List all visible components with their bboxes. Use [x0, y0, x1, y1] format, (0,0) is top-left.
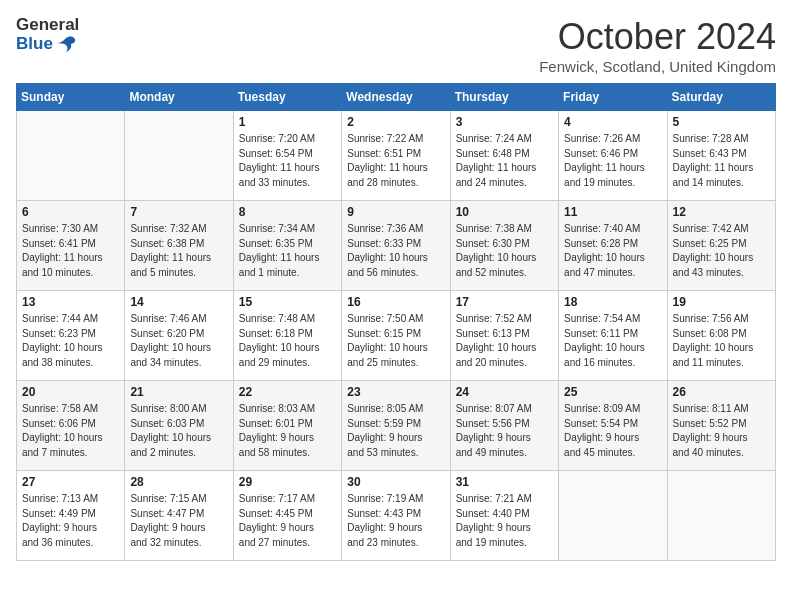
calendar-cell: 23Sunrise: 8:05 AM Sunset: 5:59 PM Dayli…	[342, 381, 450, 471]
calendar-week-2: 6Sunrise: 7:30 AM Sunset: 6:41 PM Daylig…	[17, 201, 776, 291]
day-info: Sunrise: 7:42 AM Sunset: 6:25 PM Dayligh…	[673, 222, 770, 280]
day-number: 1	[239, 115, 336, 129]
calendar-cell: 7Sunrise: 7:32 AM Sunset: 6:38 PM Daylig…	[125, 201, 233, 291]
month-title: October 2024	[539, 16, 776, 58]
calendar-cell: 5Sunrise: 7:28 AM Sunset: 6:43 PM Daylig…	[667, 111, 775, 201]
calendar-cell: 18Sunrise: 7:54 AM Sunset: 6:11 PM Dayli…	[559, 291, 667, 381]
calendar-cell: 15Sunrise: 7:48 AM Sunset: 6:18 PM Dayli…	[233, 291, 341, 381]
weekday-header-saturday: Saturday	[667, 84, 775, 111]
calendar-cell	[559, 471, 667, 561]
logo-general: General	[16, 16, 79, 35]
logo-blue: Blue	[16, 35, 53, 54]
calendar-cell: 14Sunrise: 7:46 AM Sunset: 6:20 PM Dayli…	[125, 291, 233, 381]
day-number: 23	[347, 385, 444, 399]
day-info: Sunrise: 7:28 AM Sunset: 6:43 PM Dayligh…	[673, 132, 770, 190]
day-info: Sunrise: 7:34 AM Sunset: 6:35 PM Dayligh…	[239, 222, 336, 280]
day-info: Sunrise: 8:07 AM Sunset: 5:56 PM Dayligh…	[456, 402, 553, 460]
day-info: Sunrise: 7:52 AM Sunset: 6:13 PM Dayligh…	[456, 312, 553, 370]
day-number: 22	[239, 385, 336, 399]
day-number: 16	[347, 295, 444, 309]
calendar-cell: 9Sunrise: 7:36 AM Sunset: 6:33 PM Daylig…	[342, 201, 450, 291]
day-info: Sunrise: 7:48 AM Sunset: 6:18 PM Dayligh…	[239, 312, 336, 370]
day-number: 31	[456, 475, 553, 489]
day-number: 28	[130, 475, 227, 489]
calendar-cell: 25Sunrise: 8:09 AM Sunset: 5:54 PM Dayli…	[559, 381, 667, 471]
calendar-cell: 28Sunrise: 7:15 AM Sunset: 4:47 PM Dayli…	[125, 471, 233, 561]
day-info: Sunrise: 7:44 AM Sunset: 6:23 PM Dayligh…	[22, 312, 119, 370]
day-number: 13	[22, 295, 119, 309]
calendar-cell: 6Sunrise: 7:30 AM Sunset: 6:41 PM Daylig…	[17, 201, 125, 291]
day-number: 10	[456, 205, 553, 219]
weekday-header-wednesday: Wednesday	[342, 84, 450, 111]
day-number: 30	[347, 475, 444, 489]
day-info: Sunrise: 8:00 AM Sunset: 6:03 PM Dayligh…	[130, 402, 227, 460]
calendar-cell: 16Sunrise: 7:50 AM Sunset: 6:15 PM Dayli…	[342, 291, 450, 381]
calendar-cell: 26Sunrise: 8:11 AM Sunset: 5:52 PM Dayli…	[667, 381, 775, 471]
calendar-cell: 27Sunrise: 7:13 AM Sunset: 4:49 PM Dayli…	[17, 471, 125, 561]
calendar-cell: 13Sunrise: 7:44 AM Sunset: 6:23 PM Dayli…	[17, 291, 125, 381]
day-info: Sunrise: 7:15 AM Sunset: 4:47 PM Dayligh…	[130, 492, 227, 550]
calendar-cell: 21Sunrise: 8:00 AM Sunset: 6:03 PM Dayli…	[125, 381, 233, 471]
day-number: 18	[564, 295, 661, 309]
weekday-header-sunday: Sunday	[17, 84, 125, 111]
day-number: 3	[456, 115, 553, 129]
day-info: Sunrise: 7:21 AM Sunset: 4:40 PM Dayligh…	[456, 492, 553, 550]
day-number: 14	[130, 295, 227, 309]
weekday-header-friday: Friday	[559, 84, 667, 111]
calendar-cell: 4Sunrise: 7:26 AM Sunset: 6:46 PM Daylig…	[559, 111, 667, 201]
day-info: Sunrise: 7:54 AM Sunset: 6:11 PM Dayligh…	[564, 312, 661, 370]
calendar-cell: 29Sunrise: 7:17 AM Sunset: 4:45 PM Dayli…	[233, 471, 341, 561]
calendar-cell: 12Sunrise: 7:42 AM Sunset: 6:25 PM Dayli…	[667, 201, 775, 291]
day-info: Sunrise: 8:03 AM Sunset: 6:01 PM Dayligh…	[239, 402, 336, 460]
day-info: Sunrise: 7:22 AM Sunset: 6:51 PM Dayligh…	[347, 132, 444, 190]
weekday-header-tuesday: Tuesday	[233, 84, 341, 111]
calendar-cell	[667, 471, 775, 561]
day-info: Sunrise: 7:17 AM Sunset: 4:45 PM Dayligh…	[239, 492, 336, 550]
calendar-cell: 31Sunrise: 7:21 AM Sunset: 4:40 PM Dayli…	[450, 471, 558, 561]
calendar-cell: 3Sunrise: 7:24 AM Sunset: 6:48 PM Daylig…	[450, 111, 558, 201]
calendar-cell: 22Sunrise: 8:03 AM Sunset: 6:01 PM Dayli…	[233, 381, 341, 471]
calendar-cell: 1Sunrise: 7:20 AM Sunset: 6:54 PM Daylig…	[233, 111, 341, 201]
calendar-cell: 20Sunrise: 7:58 AM Sunset: 6:06 PM Dayli…	[17, 381, 125, 471]
title-block: October 2024 Fenwick, Scotland, United K…	[539, 16, 776, 75]
day-number: 6	[22, 205, 119, 219]
calendar-cell: 8Sunrise: 7:34 AM Sunset: 6:35 PM Daylig…	[233, 201, 341, 291]
day-info: Sunrise: 8:11 AM Sunset: 5:52 PM Dayligh…	[673, 402, 770, 460]
day-info: Sunrise: 7:13 AM Sunset: 4:49 PM Dayligh…	[22, 492, 119, 550]
day-info: Sunrise: 7:19 AM Sunset: 4:43 PM Dayligh…	[347, 492, 444, 550]
calendar-cell	[125, 111, 233, 201]
weekday-header-monday: Monday	[125, 84, 233, 111]
calendar-cell: 19Sunrise: 7:56 AM Sunset: 6:08 PM Dayli…	[667, 291, 775, 381]
day-info: Sunrise: 7:24 AM Sunset: 6:48 PM Dayligh…	[456, 132, 553, 190]
calendar-cell: 30Sunrise: 7:19 AM Sunset: 4:43 PM Dayli…	[342, 471, 450, 561]
day-info: Sunrise: 7:40 AM Sunset: 6:28 PM Dayligh…	[564, 222, 661, 280]
logo: General Blue	[16, 16, 79, 53]
day-info: Sunrise: 7:56 AM Sunset: 6:08 PM Dayligh…	[673, 312, 770, 370]
calendar-cell: 2Sunrise: 7:22 AM Sunset: 6:51 PM Daylig…	[342, 111, 450, 201]
day-info: Sunrise: 7:20 AM Sunset: 6:54 PM Dayligh…	[239, 132, 336, 190]
day-number: 25	[564, 385, 661, 399]
day-number: 7	[130, 205, 227, 219]
day-info: Sunrise: 8:09 AM Sunset: 5:54 PM Dayligh…	[564, 402, 661, 460]
day-info: Sunrise: 7:30 AM Sunset: 6:41 PM Dayligh…	[22, 222, 119, 280]
day-number: 21	[130, 385, 227, 399]
calendar-cell: 24Sunrise: 8:07 AM Sunset: 5:56 PM Dayli…	[450, 381, 558, 471]
day-number: 19	[673, 295, 770, 309]
day-number: 2	[347, 115, 444, 129]
calendar-cell	[17, 111, 125, 201]
day-number: 12	[673, 205, 770, 219]
calendar-cell: 17Sunrise: 7:52 AM Sunset: 6:13 PM Dayli…	[450, 291, 558, 381]
day-number: 17	[456, 295, 553, 309]
day-info: Sunrise: 7:50 AM Sunset: 6:15 PM Dayligh…	[347, 312, 444, 370]
day-info: Sunrise: 7:26 AM Sunset: 6:46 PM Dayligh…	[564, 132, 661, 190]
day-number: 20	[22, 385, 119, 399]
day-number: 4	[564, 115, 661, 129]
day-number: 15	[239, 295, 336, 309]
weekday-header-thursday: Thursday	[450, 84, 558, 111]
calendar-week-1: 1Sunrise: 7:20 AM Sunset: 6:54 PM Daylig…	[17, 111, 776, 201]
day-number: 11	[564, 205, 661, 219]
calendar-week-4: 20Sunrise: 7:58 AM Sunset: 6:06 PM Dayli…	[17, 381, 776, 471]
day-number: 5	[673, 115, 770, 129]
calendar-week-3: 13Sunrise: 7:44 AM Sunset: 6:23 PM Dayli…	[17, 291, 776, 381]
day-info: Sunrise: 7:32 AM Sunset: 6:38 PM Dayligh…	[130, 222, 227, 280]
